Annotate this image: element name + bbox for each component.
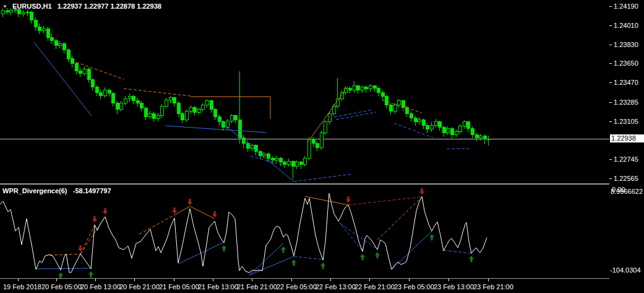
time-axis-tick — [291, 279, 292, 281]
bullish-divergence-arrow-icon — [221, 245, 226, 251]
indicator-canvas[interactable] — [0, 186, 609, 279]
symbol-dropdown-icon: ▼ — [2, 4, 7, 9]
time-axis-tick — [369, 279, 370, 281]
price-axis-label: 1.23470 — [614, 79, 638, 86]
time-axis-tick — [174, 279, 174, 281]
divergence-trendline — [348, 197, 421, 205]
price-axis-label: 1.24010 — [614, 22, 638, 29]
symbol-label: EURUSD,H1 — [12, 2, 52, 10]
time-axis-label: 20 Feb 05:00 — [41, 283, 82, 291]
time-axis-label: 21 Feb 21:00 — [237, 283, 277, 291]
price-axis-tick — [609, 178, 612, 179]
price-axis[interactable]: 1.22938 1.241901.240101.238301.236501.23… — [609, 0, 644, 293]
bearish-divergence-arrow-icon — [92, 216, 97, 222]
bullish-divergence-arrow-icon — [320, 263, 325, 269]
divergence-trendline — [213, 116, 294, 181]
bearish-divergence-arrow-icon — [187, 199, 192, 205]
time-axis-tick — [95, 279, 96, 281]
indicator-title-bar: WPR_Divergence(6) -58.1497797 — [2, 187, 111, 195]
divergence-trendline — [165, 126, 266, 133]
bullish-divergence-arrow-icon — [469, 256, 474, 262]
indicator-value: -58.1497797 — [73, 187, 111, 195]
indicator-title: WPR_Divergence(6) — [2, 187, 67, 195]
price-axis-label: 1.23650 — [614, 59, 638, 67]
bullish-divergence-arrow-icon — [429, 234, 434, 240]
time-axis-label: 22 Feb 13:00 — [316, 283, 356, 291]
time-axis-label: 22 Feb 05:00 — [277, 283, 317, 291]
bearish-divergence-arrow-icon — [419, 188, 424, 195]
indicator-axis-label: -104.0304 — [610, 266, 641, 274]
divergence-trendline — [305, 196, 348, 205]
divergence-trendline — [334, 110, 373, 117]
divergence-trendline — [340, 224, 377, 249]
divergence-trendline — [294, 174, 353, 181]
divergence-trendline — [294, 256, 323, 260]
time-axis-tick — [252, 279, 252, 281]
price-axis-label: 1.24190 — [614, 2, 638, 10]
time-axis-tick — [488, 279, 489, 281]
bullish-divergence-arrow-icon — [291, 260, 296, 266]
price-axis-tick — [609, 45, 612, 45]
time-axis-label: 23 Feb 21:00 — [473, 283, 513, 291]
bullish-divergence-arrow-icon — [375, 252, 380, 258]
price-axis-tick — [609, 6, 612, 7]
bearish-divergence-arrow-icon — [346, 196, 351, 203]
chart-ohlc-header: ▼ EURUSD,H1 1.22937 1.22977 1.22878 1.22… — [2, 2, 161, 10]
time-axis-label: 21 Feb 13:00 — [198, 283, 238, 291]
window-separator[interactable] — [0, 183, 644, 185]
bullish-divergence-arrow-icon — [88, 271, 93, 278]
candlesticks — [1, 7, 490, 179]
time-axis-tick — [134, 279, 135, 281]
time-axis-label: 22 Feb 21:00 — [354, 283, 395, 291]
price-axis-tick — [609, 121, 612, 122]
price-axis-tick — [609, 102, 612, 103]
divergence-trendline — [49, 254, 80, 255]
bearish-divergence-arrow-icon — [172, 208, 177, 214]
price-axis-label: 1.22565 — [614, 175, 638, 182]
price-axis-tick — [609, 159, 612, 160]
divergence-trendline — [377, 198, 421, 240]
time-axis-tick — [213, 279, 213, 281]
time-axis[interactable]: 19 Feb 201820 Feb 05:0020 Feb 13:0020 Fe… — [0, 279, 644, 293]
price-axis-tick — [609, 82, 612, 83]
bearish-divergence-arrow-icon — [212, 211, 217, 217]
bearish-divergence-arrow-icon — [78, 245, 83, 251]
price-axis-tick — [609, 25, 612, 26]
bullish-divergence-arrow-icon — [360, 254, 365, 260]
main-chart-canvas[interactable] — [0, 0, 609, 185]
time-axis-label: 23 Feb 13:00 — [434, 283, 474, 291]
divergence-trendline — [34, 42, 92, 116]
bullish-divergence-arrow-icon — [281, 247, 286, 253]
divergence-trendline — [444, 250, 471, 253]
time-axis-label: 19 Feb 2018 — [3, 283, 41, 291]
time-axis-tick — [409, 279, 410, 281]
divergence-trendline — [307, 87, 348, 142]
time-axis-tick — [330, 279, 331, 281]
time-axis-tick — [449, 279, 449, 281]
price-axis-tick — [609, 63, 612, 64]
price-axis-label: 1.23105 — [614, 118, 638, 125]
time-axis-tick — [18, 279, 19, 281]
time-axis-label: 20 Feb 13:00 — [80, 283, 121, 291]
price-axis-label: 1.23285 — [614, 98, 638, 106]
divergence-trendline — [190, 206, 215, 219]
time-axis-label: 21 Feb 05:00 — [159, 283, 199, 291]
time-axis-tick — [56, 279, 57, 281]
price-axis-label: 1.22745 — [614, 155, 638, 163]
time-axis-label: 23 Feb 05:00 — [394, 283, 434, 291]
divergence-trendline — [36, 268, 92, 269]
time-axis-label: 20 Feb 21:00 — [119, 283, 160, 291]
divergence-trendline — [124, 89, 191, 96]
bearish-divergence-arrow-icon — [103, 208, 108, 214]
divergence-trendline — [249, 256, 294, 275]
ohlc-values: 1.22937 1.22977 1.22878 1.22938 — [58, 2, 161, 10]
current-price-tag: 1.22938 — [610, 134, 644, 142]
mt4-chart-window: ▼ EURUSD,H1 1.22937 1.22977 1.22878 1.22… — [0, 0, 644, 293]
price-axis-label: 1.23830 — [614, 41, 638, 48]
indicator-axis-label: 8.9966622 — [611, 188, 643, 195]
